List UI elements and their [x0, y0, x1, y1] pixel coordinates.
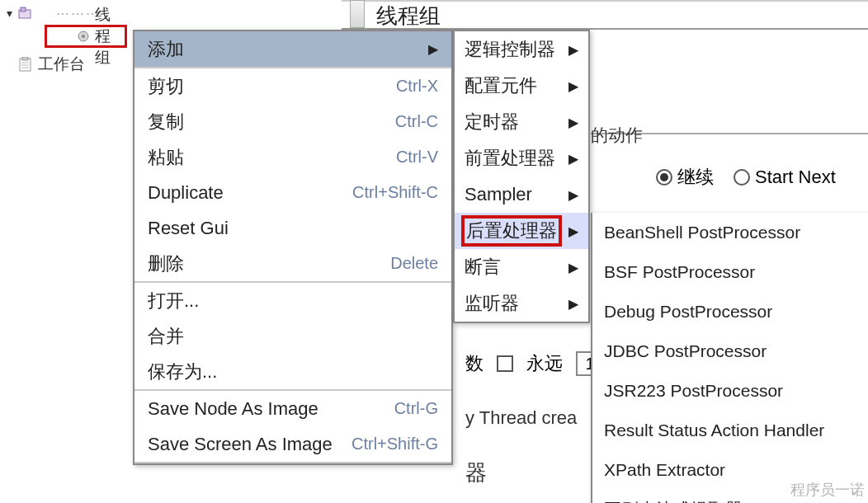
radio-icon [656, 169, 672, 186]
menu-copy[interactable]: 复制Ctrl-C [134, 104, 451, 139]
menu-saveas[interactable]: 保存为... [134, 354, 451, 389]
context-menu: 添加 ▶ 剪切Ctrl-X 复制Ctrl-C 粘贴Ctrl-V Duplicat… [133, 30, 453, 465]
submenu-timer[interactable]: 定时器▶ [455, 104, 588, 140]
svg-rect-5 [22, 57, 28, 60]
radio-icon [734, 169, 750, 186]
chevron-right-icon: ▶ [568, 223, 578, 239]
gear-icon [77, 29, 92, 44]
menu-separator [134, 462, 451, 463]
menu-duplicate[interactable]: DuplicateCtrl+Shift-C [134, 175, 451, 210]
svg-rect-1 [21, 7, 26, 12]
tree-workbench-label: 工作台 [38, 54, 85, 75]
chevron-right-icon: ▶ [568, 42, 578, 58]
panel-grip[interactable] [350, 0, 365, 28]
menu-reset-gui[interactable]: Reset Gui [134, 210, 451, 246]
collapse-icon[interactable]: ▾ [2, 7, 17, 20]
loop-count-row: 数 永远 [465, 351, 604, 376]
plan-icon [17, 6, 35, 21]
tree-thread-group[interactable]: 线程组 [45, 25, 127, 48]
tree-panel: ▾ ⋯⋯⋯ 线程组 工作台 [0, 0, 132, 76]
clipboard-icon [17, 57, 35, 72]
panel-title: 线程组 [376, 2, 441, 31]
tree-thread-group-label: 线程组 [95, 4, 123, 68]
menu-save-node-image[interactable]: Save Node As ImageCtrl-G [134, 391, 451, 426]
menu-delete[interactable]: 删除Delete [134, 246, 451, 281]
menu3-item[interactable]: BSF PostProcessor [592, 252, 868, 292]
chevron-right-icon: ▶ [568, 260, 578, 275]
menu-open[interactable]: 打开... [134, 283, 451, 318]
fieldset-legend: 的动作 [591, 124, 643, 147]
submenu-assertion[interactable]: 断言▶ [455, 249, 588, 285]
chevron-right-icon: ▶ [568, 296, 578, 312]
radio-startnext[interactable]: Start Next [734, 167, 836, 188]
svg-point-3 [82, 35, 85, 38]
chevron-right-icon: ▶ [568, 187, 578, 203]
submenu-pre-processor[interactable]: 前置处理器▶ [455, 140, 588, 176]
menu-merge[interactable]: 合并 [134, 318, 451, 354]
count-label: 数 [465, 351, 484, 376]
menu3-item[interactable]: Debug PostProcessor [592, 292, 868, 331]
chevron-right-icon: ▶ [568, 115, 578, 130]
thread-create-text: y Thread crea [465, 407, 577, 429]
menu3-item[interactable]: Result Status Action Handler [592, 411, 868, 450]
chevron-right-icon: ▶ [568, 78, 578, 94]
menu3-item[interactable]: JSR223 PostProcessor [592, 371, 868, 411]
tree-root-label: ⋯⋯⋯ [38, 6, 101, 21]
submenu-sampler[interactable]: Sampler▶ [455, 176, 588, 213]
radio-continue[interactable]: 继续 [656, 165, 714, 190]
submenu-logic-controller[interactable]: 逻辑控制器▶ [455, 31, 588, 68]
submenu-listener[interactable]: 监听器▶ [455, 285, 588, 322]
menu-paste[interactable]: 粘贴Ctrl-V [134, 139, 451, 175]
chevron-right-icon: ▶ [568, 151, 578, 167]
qi-label: 器 [465, 458, 487, 487]
menu3-item[interactable]: JDBC PostProcessor [592, 331, 868, 371]
watermark: 程序员一诺 [790, 480, 865, 500]
forever-label: 永远 [526, 351, 563, 376]
add-submenu: 逻辑控制器▶ 配置元件▶ 定时器▶ 前置处理器▶ Sampler▶ 后置处理器▶… [453, 30, 590, 323]
post-processor-submenu: BeanShell PostProcessor BSF PostProcesso… [591, 213, 868, 503]
menu-save-screen-image[interactable]: Save Screen As ImageCtrl+Shift-G [134, 426, 451, 462]
forever-checkbox[interactable] [497, 355, 513, 372]
menu-cut[interactable]: 剪切Ctrl-X [134, 68, 451, 104]
submenu-post-processor[interactable]: 后置处理器▶ [455, 213, 588, 249]
radio-row: 继续 Start Next [656, 165, 836, 190]
submenu-config-element[interactable]: 配置元件▶ [455, 68, 588, 104]
menu-add[interactable]: 添加 ▶ [134, 31, 451, 67]
menu3-item[interactable]: BeanShell PostProcessor [592, 213, 868, 252]
chevron-right-icon: ▶ [428, 41, 438, 57]
